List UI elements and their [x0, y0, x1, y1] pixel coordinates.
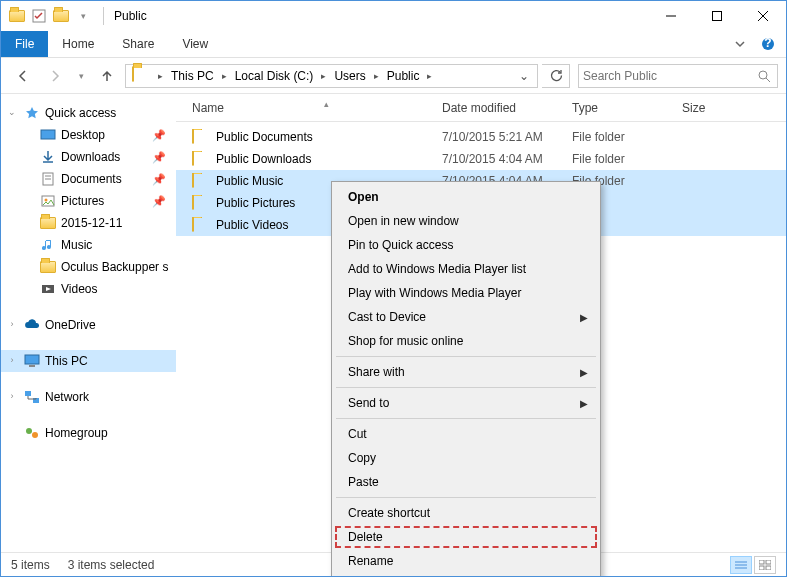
folder-icon [192, 129, 210, 145]
chevron-right-icon[interactable]: ▸ [370, 71, 383, 81]
sidebar-item[interactable]: 2015-12-11 [1, 212, 176, 234]
tab-home[interactable]: Home [48, 31, 108, 57]
qat-newfolder-icon[interactable] [53, 8, 69, 24]
chevron-right-icon[interactable]: ▸ [154, 71, 167, 81]
sidebar-item[interactable]: Oculus Backupper s [1, 256, 176, 278]
file-name: Public Downloads [216, 152, 311, 166]
sidebar-item[interactable]: Pictures📌 [1, 190, 176, 212]
menu-item[interactable]: Open in new window [334, 209, 598, 233]
search-input[interactable] [583, 69, 757, 83]
chevron-right-icon: ▶ [580, 398, 588, 409]
sidebar-item-label: Documents [61, 172, 122, 186]
ribbon-expand-icon[interactable] [724, 31, 756, 57]
tab-file[interactable]: File [1, 31, 48, 57]
up-button[interactable] [93, 62, 121, 90]
chevron-down-icon[interactable]: ⌄ [7, 107, 17, 117]
menu-item-label: Cast to Device [348, 310, 426, 324]
cloud-icon [23, 317, 41, 333]
crumb-users[interactable]: Users [330, 65, 369, 87]
refresh-button[interactable] [542, 64, 570, 88]
chevron-right-icon[interactable]: › [7, 391, 17, 401]
menu-item[interactable]: Share with▶ [334, 360, 598, 384]
menu-separator [336, 497, 596, 498]
search-box[interactable] [578, 64, 778, 88]
menu-item[interactable]: Create shortcut [334, 501, 598, 525]
qat-properties-icon[interactable] [31, 8, 47, 24]
menu-item[interactable]: Shop for music online [334, 329, 598, 353]
forward-button[interactable] [41, 62, 69, 90]
column-size[interactable]: Size [674, 101, 754, 115]
svg-point-22 [32, 432, 38, 438]
chevron-right-icon[interactable]: ▸ [218, 71, 231, 81]
monitor-icon [23, 353, 41, 369]
column-name[interactable]: Name▴ [184, 101, 434, 115]
nav-onedrive[interactable]: › OneDrive [1, 314, 176, 336]
help-icon[interactable]: ? [756, 31, 780, 57]
menu-item[interactable]: Open [334, 185, 598, 209]
column-headers: Name▴ Date modified Type Size [176, 94, 786, 122]
sidebar-item-label: 2015-12-11 [61, 216, 122, 230]
svg-text:?: ? [764, 37, 771, 50]
file-row[interactable]: Public Downloads7/10/2015 4:04 AMFile fo… [176, 148, 786, 170]
sidebar-item[interactable]: Documents📌 [1, 168, 176, 190]
crumb-localdisk[interactable]: Local Disk (C:) [231, 65, 318, 87]
minimize-button[interactable] [648, 1, 694, 31]
menu-item[interactable]: Send to▶ [334, 391, 598, 415]
file-row[interactable]: Public Documents7/10/2015 5:21 AMFile fo… [176, 126, 786, 148]
menu-item[interactable]: Add to Windows Media Player list [334, 257, 598, 281]
column-date[interactable]: Date modified [434, 101, 564, 115]
sidebar-item-label: Music [61, 238, 92, 252]
column-type[interactable]: Type [564, 101, 674, 115]
chevron-right-icon[interactable]: ▸ [423, 71, 436, 81]
address-dropdown-icon[interactable]: ⌄ [513, 69, 535, 83]
chevron-right-icon[interactable]: › [7, 355, 17, 365]
menu-item[interactable]: Play with Windows Media Player [334, 281, 598, 305]
file-type: File folder [564, 152, 674, 166]
navigation-pane: ⌄ Quick access Desktop📌Downloads📌Documen… [1, 94, 176, 552]
menu-item[interactable]: Rename [334, 549, 598, 573]
qat-dropdown-icon[interactable]: ▾ [75, 8, 91, 24]
close-button[interactable] [740, 1, 786, 31]
item-icon [39, 281, 57, 297]
crumb-public[interactable]: Public [383, 65, 424, 87]
nav-homegroup[interactable]: Homegroup [1, 422, 176, 444]
chevron-right-icon[interactable]: › [7, 319, 17, 329]
recent-dropdown-icon[interactable]: ▾ [73, 62, 89, 90]
menu-item[interactable]: Copy [334, 446, 598, 470]
search-icon[interactable] [757, 69, 773, 83]
crumb-thispc[interactable]: This PC [167, 65, 218, 87]
tab-view[interactable]: View [168, 31, 222, 57]
nav-quick-access[interactable]: ⌄ Quick access [1, 102, 176, 124]
chevron-right-icon[interactable]: ▸ [317, 71, 330, 81]
sidebar-item-label: Desktop [61, 128, 105, 142]
back-button[interactable] [9, 62, 37, 90]
chevron-right-icon: ▶ [580, 312, 588, 323]
menu-item-label: Open in new window [348, 214, 459, 228]
menu-separator [336, 356, 596, 357]
menu-item-label: Share with [348, 365, 405, 379]
folder-icon [9, 8, 25, 24]
menu-item-label: Shop for music online [348, 334, 463, 348]
tab-share[interactable]: Share [108, 31, 168, 57]
svg-point-21 [26, 428, 32, 434]
sidebar-item[interactable]: Desktop📌 [1, 124, 176, 146]
menu-item[interactable]: Pin to Quick access [334, 233, 598, 257]
nav-label: Network [45, 390, 89, 404]
folder-icon [192, 173, 210, 189]
nav-network[interactable]: › Network [1, 386, 176, 408]
sidebar-item[interactable]: Music [1, 234, 176, 256]
maximize-button[interactable] [694, 1, 740, 31]
menu-item[interactable]: Cut [334, 422, 598, 446]
menu-separator [336, 418, 596, 419]
view-icons-button[interactable] [754, 556, 776, 574]
nav-this-pc[interactable]: › This PC [1, 350, 176, 372]
view-details-button[interactable] [730, 556, 752, 574]
menu-item[interactable]: Delete [334, 525, 598, 549]
menu-item[interactable]: Paste [334, 470, 598, 494]
sidebar-item[interactable]: Videos [1, 278, 176, 300]
menu-separator [336, 387, 596, 388]
pin-icon: 📌 [152, 195, 166, 208]
sidebar-item[interactable]: Downloads📌 [1, 146, 176, 168]
breadcrumb[interactable]: ▸ This PC ▸ Local Disk (C:) ▸ Users ▸ Pu… [125, 64, 538, 88]
menu-item[interactable]: Cast to Device▶ [334, 305, 598, 329]
